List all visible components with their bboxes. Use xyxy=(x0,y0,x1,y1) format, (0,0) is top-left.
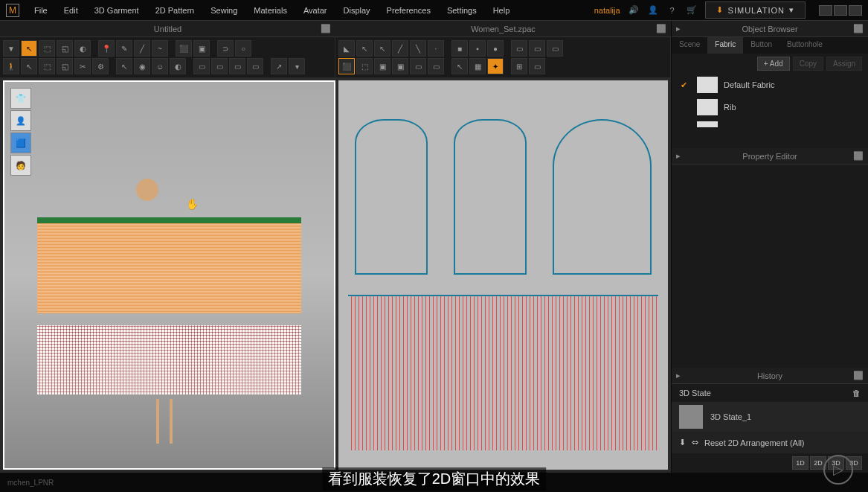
tool-2d-sew-icon[interactable]: ⬛ xyxy=(338,58,355,74)
panel-menu-icon[interactable]: ⬜ xyxy=(853,151,864,161)
assign-button[interactable]: Assign xyxy=(826,57,862,71)
play-button-overlay[interactable]: ▷ xyxy=(823,455,853,485)
volume-icon[interactable]: 🔊 xyxy=(628,4,640,16)
tool-circle-icon[interactable]: ○ xyxy=(235,40,251,57)
garment-bottom[interactable] xyxy=(37,325,300,394)
tool-c-icon[interactable]: ◱ xyxy=(57,58,73,74)
display-mesh-icon[interactable]: 🧑 xyxy=(10,155,31,176)
menu-materials[interactable]: Materials xyxy=(246,3,295,18)
reset-2d-arrangement-button[interactable]: ⬇ ⇔ Reset 2D Arrangement (All) xyxy=(672,432,868,453)
close-button[interactable] xyxy=(849,5,862,16)
tool-2d-k-icon[interactable]: ▭ xyxy=(529,40,545,57)
panel-menu-icon[interactable]: ⬜ xyxy=(853,371,864,380)
collapse-icon[interactable]: ▸ xyxy=(676,151,681,161)
tool-2d-a-icon[interactable]: ◣ xyxy=(338,40,355,57)
maximize-icon[interactable]: ⬜ xyxy=(321,24,331,33)
tool-2d-r-icon[interactable]: ▣ xyxy=(392,58,408,74)
viewport-tab-2d[interactable]: Women_Set.zpac ⬜ xyxy=(335,21,671,37)
pattern-piece[interactable] xyxy=(355,119,427,275)
viewport-3d[interactable]: 👕 👤 🟦 🧑 ✋ xyxy=(3,80,335,470)
tool-2d-s-icon[interactable]: ▭ xyxy=(410,58,426,74)
tool-2d-y-icon[interactable]: ▭ xyxy=(529,58,545,74)
tool-2d-q-icon[interactable]: ▣ xyxy=(374,58,390,74)
tool-2d-b-icon[interactable]: ↖ xyxy=(356,40,373,57)
tool-2d-j-icon[interactable]: ▭ xyxy=(511,40,527,57)
tab-button[interactable]: Button xyxy=(743,37,779,54)
mode-1d-button[interactable]: 1D xyxy=(792,456,808,470)
simulation-button[interactable]: ⬇ SIMULATION ▾ xyxy=(705,1,806,19)
tool-rotate-icon[interactable]: ◐ xyxy=(74,40,91,57)
tool-edit-icon[interactable]: ✎ xyxy=(116,40,132,57)
tool-scale-icon[interactable]: ◱ xyxy=(57,40,73,57)
display-garment-icon[interactable]: 👤 xyxy=(10,110,31,131)
copy-button[interactable]: Copy xyxy=(793,57,823,71)
pattern-piece-skirt[interactable] xyxy=(348,295,658,450)
display-texture-icon[interactable]: 🟦 xyxy=(10,132,31,153)
pattern-piece[interactable] xyxy=(454,119,526,275)
tool-2d-e-icon[interactable]: ╲ xyxy=(410,40,426,57)
menu-3d-garment[interactable]: 3D Garment xyxy=(87,3,147,18)
tab-scene[interactable]: Scene xyxy=(672,37,707,54)
display-avatar-icon[interactable]: 👕 xyxy=(10,88,31,109)
collapse-icon[interactable]: ▸ xyxy=(676,371,681,380)
tool-walk-icon[interactable]: 🚶 xyxy=(3,58,19,74)
tool-2d-d-icon[interactable]: ╱ xyxy=(392,40,408,57)
fabric-row[interactable]: Rib xyxy=(672,96,868,118)
tool-2d-p-icon[interactable]: ⬚ xyxy=(356,58,373,74)
tool-k-icon[interactable]: ▭ xyxy=(211,58,228,74)
tool-2d-t-icon[interactable]: ▭ xyxy=(428,58,444,74)
tool-arrange-icon[interactable]: ⬛ xyxy=(176,40,192,57)
panel-menu-icon[interactable]: ⬜ xyxy=(853,24,864,33)
tool-select-icon[interactable]: ↖ xyxy=(21,40,37,57)
menu-2d-pattern[interactable]: 2D Pattern xyxy=(148,3,202,18)
tool-g-icon[interactable]: ◉ xyxy=(134,58,150,74)
fabric-row[interactable]: ✔ Default Fabric xyxy=(672,74,868,96)
garment-top[interactable] xyxy=(37,217,300,314)
tool-2d-u-icon[interactable]: ↖ xyxy=(451,58,468,74)
tool-2d-f-icon[interactable]: · xyxy=(428,40,444,57)
tool-pin-icon[interactable]: 📍 xyxy=(98,40,115,57)
viewport-tab-3d[interactable]: Untitled ⬜ xyxy=(0,21,335,37)
tool-i-icon[interactable]: ◐ xyxy=(170,58,186,74)
cart-icon[interactable]: 🛒 xyxy=(686,4,698,16)
add-button[interactable]: + Add xyxy=(757,57,790,71)
menu-help[interactable]: Help xyxy=(486,3,518,18)
tool-fold-icon[interactable]: ▣ xyxy=(193,40,210,57)
fabric-row[interactable] xyxy=(672,118,868,130)
menu-file[interactable]: File xyxy=(27,3,55,18)
menu-edit[interactable]: Edit xyxy=(57,3,86,18)
maximize-button[interactable] xyxy=(834,5,847,16)
tool-n-icon[interactable]: ↗ xyxy=(271,58,287,74)
tool-2d-c-icon[interactable]: ↖ xyxy=(374,40,390,57)
tool-j-icon[interactable]: ▭ xyxy=(193,58,210,74)
tool-2d-i-icon[interactable]: ● xyxy=(487,40,504,57)
tool-a-icon[interactable]: ↖ xyxy=(21,58,37,74)
tool-f-icon[interactable]: ↖ xyxy=(116,58,132,74)
tool-h-icon[interactable]: ☺ xyxy=(152,58,168,74)
tool-simulate-icon[interactable]: ▼ xyxy=(3,40,19,57)
menu-display[interactable]: Display xyxy=(336,3,378,18)
user-icon[interactable]: 👤 xyxy=(647,4,659,16)
minimize-button[interactable] xyxy=(819,5,832,16)
tool-2d-g-icon[interactable]: ■ xyxy=(451,40,468,57)
trash-icon[interactable]: 🗑 xyxy=(852,389,861,397)
menu-preferences[interactable]: Preferences xyxy=(379,3,438,18)
menu-avatar[interactable]: Avatar xyxy=(296,3,335,18)
tool-2d-v-icon[interactable]: ▦ xyxy=(469,58,486,74)
tool-d-icon[interactable]: ✂ xyxy=(74,58,91,74)
history-header[interactable]: ▸ History ⬜ xyxy=(672,368,868,384)
maximize-icon[interactable]: ⬜ xyxy=(656,24,666,33)
tool-2d-w-icon[interactable]: ✦ xyxy=(487,58,504,74)
tool-lasso-icon[interactable]: ⊃ xyxy=(217,40,234,57)
tab-fabric[interactable]: Fabric xyxy=(707,37,743,54)
pattern-piece[interactable] xyxy=(553,119,652,275)
tool-2d-x-icon[interactable]: ⊞ xyxy=(511,58,527,74)
tool-b-icon[interactable]: ⬚ xyxy=(39,58,55,74)
tool-2d-h-icon[interactable]: ▪ xyxy=(469,40,486,57)
help-icon[interactable]: ? xyxy=(666,4,678,16)
tool-move-icon[interactable]: ⬚ xyxy=(39,40,55,57)
tool-line-icon[interactable]: ╱ xyxy=(134,40,150,57)
tool-l-icon[interactable]: ▭ xyxy=(229,58,245,74)
tool-2d-l-icon[interactable]: ▭ xyxy=(547,40,563,57)
tool-curve-icon[interactable]: ~ xyxy=(152,40,168,57)
